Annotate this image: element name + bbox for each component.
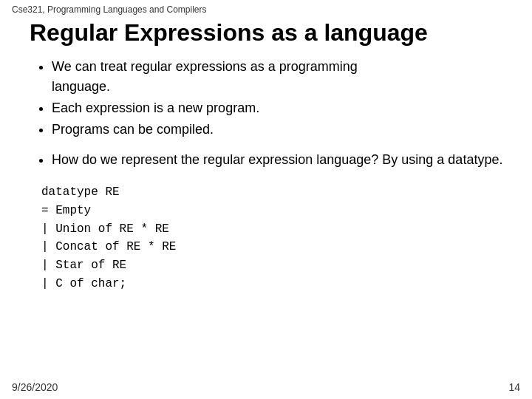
footer: 9/26/2020 14 bbox=[12, 381, 520, 393]
code-line-5: | Star of RE bbox=[41, 256, 520, 275]
bullet-item-1-line1: We can treat regular expressions as a pr… bbox=[52, 59, 358, 74]
how-bullet-line2: language? By using a datatype. bbox=[316, 152, 502, 167]
how-bullet-line1: How do we represent the regular expressi… bbox=[52, 152, 313, 167]
header-text: Cse321, Programming Languages and Compil… bbox=[12, 4, 206, 15]
code-line-3: | Union of RE * RE bbox=[41, 220, 520, 239]
header: Cse321, Programming Languages and Compil… bbox=[0, 0, 532, 16]
bullet-item-2-text: Each expression is a new program. bbox=[52, 100, 259, 115]
bullet-item-3-text: Programs can be compiled. bbox=[52, 122, 214, 137]
code-block: datatype RE = Empty | Union of RE * RE |… bbox=[30, 183, 520, 293]
content: We can treat regular expressions as a pr… bbox=[0, 57, 532, 293]
how-bullet-list: How do we represent the regular expressi… bbox=[30, 150, 520, 170]
bullet-list: We can treat regular expressions as a pr… bbox=[30, 57, 520, 140]
bullet-item-3: Programs can be compiled. bbox=[52, 120, 520, 140]
code-line-6: | C of char; bbox=[41, 275, 520, 293]
bullet-item-2: Each expression is a new program. bbox=[52, 98, 520, 118]
footer-date: 9/26/2020 bbox=[12, 381, 58, 393]
footer-page: 14 bbox=[508, 381, 520, 393]
code-line-1: datatype RE bbox=[41, 183, 520, 202]
code-line-2: = Empty bbox=[41, 202, 520, 220]
page-title: Regular Expressions as a language bbox=[0, 16, 532, 57]
how-bullet-item: How do we represent the regular expressi… bbox=[52, 150, 520, 170]
bullet-item-1-line2: language. bbox=[52, 77, 520, 97]
bullet-item-1: We can treat regular expressions as a pr… bbox=[52, 57, 520, 97]
code-line-4: | Concat of RE * RE bbox=[41, 238, 520, 256]
